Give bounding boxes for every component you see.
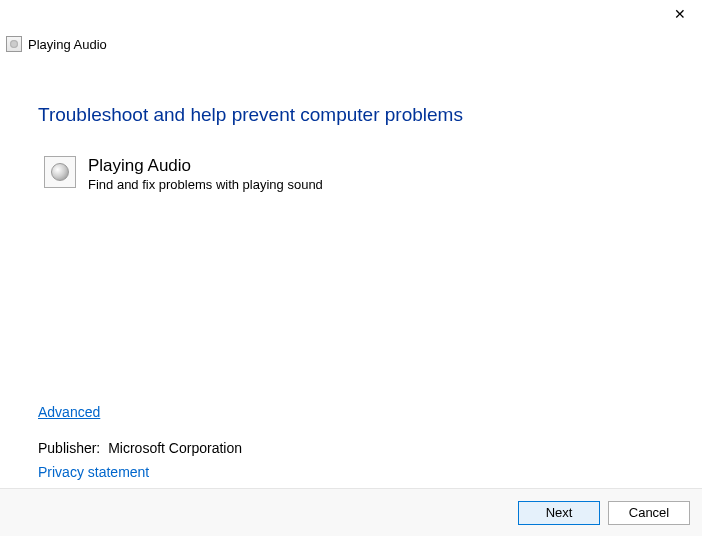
publisher-value: Microsoft Corporation — [108, 440, 242, 456]
cancel-button[interactable]: Cancel — [608, 501, 690, 525]
close-icon: ✕ — [674, 6, 686, 22]
next-button[interactable]: Next — [518, 501, 600, 525]
troubleshooter-title: Playing Audio — [88, 156, 323, 176]
troubleshooter-item: Playing Audio Find and fix problems with… — [44, 156, 664, 192]
titlebar: ✕ Playing Audio — [0, 0, 702, 56]
footer: Next Cancel — [0, 488, 702, 536]
troubleshooter-text: Playing Audio Find and fix problems with… — [88, 156, 323, 192]
page-heading: Troubleshoot and help prevent computer p… — [38, 104, 664, 126]
window-title: Playing Audio — [28, 37, 107, 52]
window-title-row: Playing Audio — [6, 36, 107, 52]
content-area: Troubleshoot and help prevent computer p… — [38, 104, 664, 480]
advanced-link[interactable]: Advanced — [38, 404, 100, 420]
publisher-row: Publisher: Microsoft Corporation — [38, 440, 242, 456]
bottom-links: Advanced Publisher: Microsoft Corporatio… — [38, 404, 242, 480]
privacy-statement-link[interactable]: Privacy statement — [38, 464, 149, 480]
speaker-icon — [44, 156, 76, 188]
publisher-label: Publisher: — [38, 440, 100, 456]
close-button[interactable]: ✕ — [666, 4, 694, 24]
audio-icon — [6, 36, 22, 52]
troubleshooter-description: Find and fix problems with playing sound — [88, 177, 323, 192]
